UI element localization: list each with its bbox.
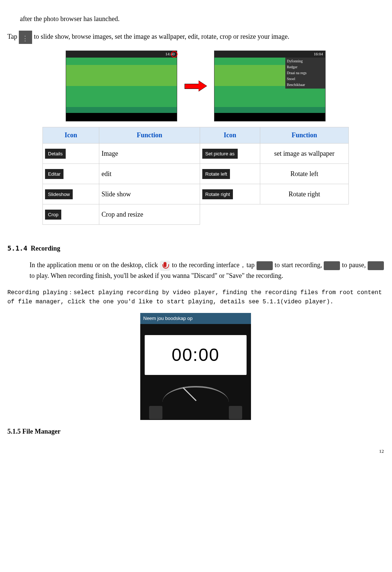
play-button-icon xyxy=(368,261,384,270)
cell-function: Rotate right xyxy=(260,184,349,204)
status-bar: 16:04 xyxy=(214,51,325,58)
section-heading-514: 5.1.4 Recording xyxy=(7,243,384,254)
crop-badge-icon: Crop xyxy=(45,210,61,220)
screenshot-row: 14:40 16:04 Dyfonning Redger Draai na re… xyxy=(7,51,384,121)
cell-function: Slide show xyxy=(99,184,200,204)
recorder-header: Neem jou boodskap op xyxy=(140,313,251,324)
th-icon: Icon xyxy=(43,127,99,144)
table-row: Editar edit Rotate left Rotate left xyxy=(43,164,349,184)
screenshot-after: 16:04 Dyfonning Redger Draai na regs Sno… xyxy=(214,51,326,121)
section-title: Recording xyxy=(29,245,61,252)
menu-item: Draai na regs xyxy=(287,70,324,76)
status-bar: 14:40 xyxy=(66,51,177,58)
intro-line-2: Tap to slide show, browse images, set th… xyxy=(7,31,384,44)
cell-function: Rotate left xyxy=(260,164,349,184)
recording-instructions: In the application menu or on the deskto… xyxy=(30,260,384,281)
screenshot-before: 14:40 xyxy=(66,51,177,121)
overflow-menu: Dyfonning Redger Draai na regs Snoel Bes… xyxy=(285,58,325,89)
recorder-screenshot: Neem jou boodskap op 00:00 xyxy=(140,313,251,420)
menu-item: Redger xyxy=(287,64,324,70)
editar-badge-icon: Editar xyxy=(45,169,63,179)
rotate-right-badge-icon: Rotate right xyxy=(202,189,233,200)
rec-text: to the recording interface，tap xyxy=(172,261,255,269)
nav-bar xyxy=(214,113,325,121)
record-button-icon xyxy=(257,261,273,270)
intro-tap: Tap xyxy=(7,33,17,40)
slideshow-badge-icon: Slideshow xyxy=(45,189,73,200)
highlight-circle-icon xyxy=(171,51,178,58)
cell-function: Crop and resize xyxy=(99,204,200,225)
overflow-menu-icon xyxy=(19,31,32,44)
th-function: Function xyxy=(99,127,200,144)
intro-line-1: after the photo browser has launched. xyxy=(20,14,384,24)
th-function: Function xyxy=(260,127,349,144)
cell-function: edit xyxy=(99,164,200,184)
recording-playing-note: Recording playing：select playing recordi… xyxy=(7,288,384,307)
table-row: Crop Crop and resize xyxy=(43,204,349,225)
nav-bar xyxy=(66,113,177,121)
pause-button-icon xyxy=(324,261,340,270)
rec-text: to pause, xyxy=(342,261,366,269)
th-icon: Icon xyxy=(200,127,260,144)
vu-meter-icon xyxy=(140,379,251,401)
arrow-right-icon xyxy=(185,82,207,90)
recorder-left-button xyxy=(149,406,162,419)
table-header-row: Icon Function Icon Function xyxy=(43,127,349,144)
microphone-icon xyxy=(160,261,170,271)
menu-item: Dyfonning xyxy=(287,58,324,64)
menu-item: Snoel xyxy=(287,76,324,82)
rec-text: to play. When recording finish, you'll b… xyxy=(30,272,283,279)
menu-item: Beschikbaar xyxy=(287,82,324,88)
page-number: 12 xyxy=(7,448,384,455)
icon-function-table: Icon Function Icon Function Details Imag… xyxy=(42,127,349,225)
recorder-buttons xyxy=(140,401,251,424)
section-number: 5.1.4 xyxy=(7,244,27,252)
rotate-left-badge-icon: Rotate left xyxy=(202,169,230,179)
details-badge-icon: Details xyxy=(45,149,66,159)
intro-rest: to slide show, browse images, set the im… xyxy=(34,33,289,40)
table-row: Details Image Set picture as set image a… xyxy=(43,144,349,164)
rec-text: to start recording, xyxy=(275,261,324,269)
rec-text: In the application menu or on the deskto… xyxy=(30,261,160,269)
recorder-right-button xyxy=(229,406,242,419)
cell-function: Image xyxy=(99,144,200,164)
cell-function: set image as wallpaper xyxy=(260,144,349,164)
table-row: Slideshow Slide show Rotate right Rotate… xyxy=(43,184,349,204)
section-heading-515: 5.1.5 File Manager xyxy=(7,427,384,437)
recorder-timer: 00:00 xyxy=(145,335,247,375)
set-picture-as-badge-icon: Set picture as xyxy=(202,149,238,159)
